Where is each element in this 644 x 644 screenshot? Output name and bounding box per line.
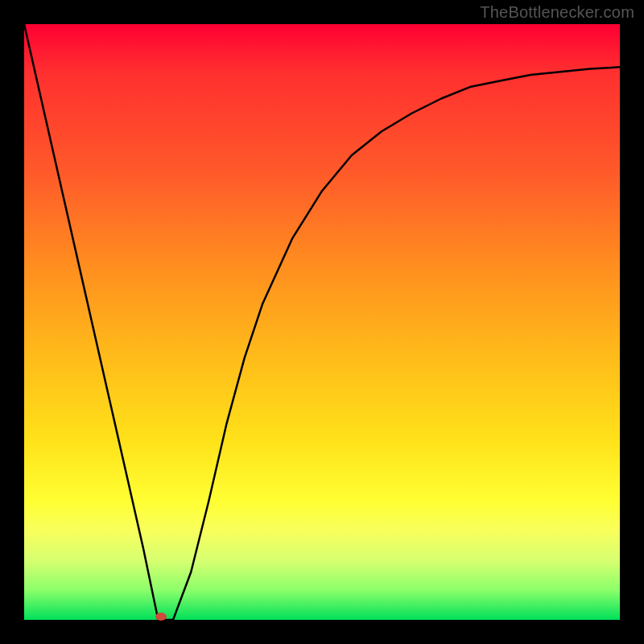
chart-frame: TheBottlenecker.com: [0, 0, 644, 644]
attribution-text: TheBottlenecker.com: [480, 3, 634, 22]
bottleneck-curve: [24, 24, 620, 620]
plot-area: [24, 24, 620, 620]
minimum-marker: [155, 613, 167, 621]
